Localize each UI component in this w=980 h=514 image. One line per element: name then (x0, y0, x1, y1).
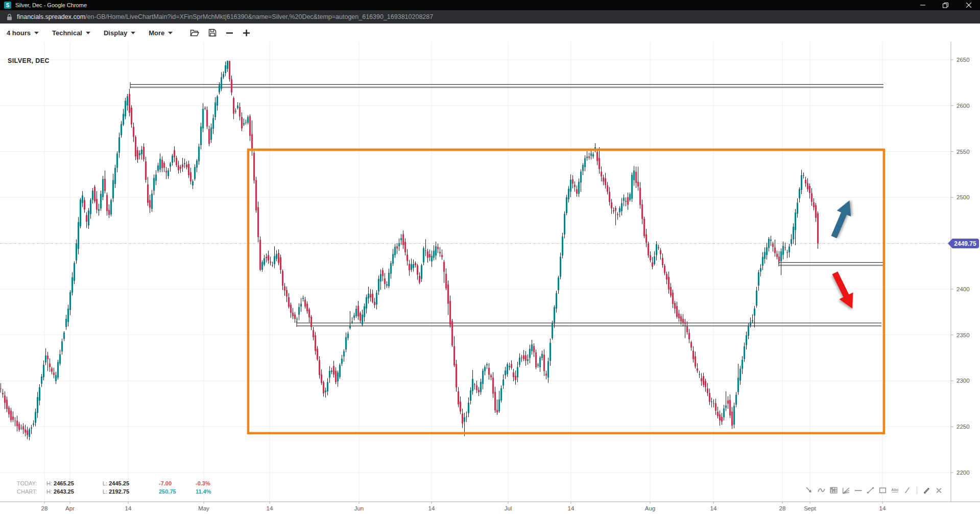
today-label: TODAY: (17, 479, 46, 487)
timeframe-dropdown[interactable]: 4 hours (7, 29, 39, 37)
candle-body (433, 251, 435, 258)
candle-body (564, 214, 565, 234)
candle-body (145, 161, 147, 180)
red-down-arrow-annotation[interactable] (828, 269, 859, 312)
candle-body (223, 74, 224, 78)
trend-line-icon[interactable] (866, 486, 875, 495)
candle-body (143, 147, 145, 159)
candle-body (494, 392, 496, 410)
candle-body (521, 358, 522, 358)
candle-body (190, 172, 192, 181)
close-icon[interactable] (935, 486, 943, 495)
zoom-out-icon (226, 29, 233, 37)
candle-body (264, 258, 265, 265)
candle-body (61, 341, 63, 352)
candle-body (715, 403, 716, 411)
candle-body (409, 264, 410, 270)
candle-body (554, 307, 555, 323)
hline-annotations[interactable] (130, 82, 884, 327)
candle-body (349, 326, 351, 328)
candle-body (627, 197, 629, 205)
date-tick-label: Aug (645, 505, 655, 511)
orange-box-annotation[interactable] (248, 150, 884, 433)
candle-body (108, 210, 110, 215)
candle-body (123, 114, 124, 125)
candle-body (208, 129, 210, 144)
slash-line-icon[interactable] (903, 486, 912, 495)
curve-icon[interactable] (817, 486, 826, 495)
candle-body (729, 400, 731, 416)
candle-body (180, 167, 181, 169)
candle-body (737, 378, 739, 392)
date-tick-label: 28 (41, 505, 48, 511)
fan-lines-icon[interactable] (842, 486, 850, 495)
rectangle-icon[interactable] (878, 486, 887, 495)
candle-body (515, 376, 516, 380)
close-button[interactable] (957, 0, 980, 10)
zoom-in-button[interactable] (243, 29, 250, 37)
address-bar[interactable]: financials.spreadex.com/en-GB/Home/LiveC… (0, 10, 980, 24)
candle-body (739, 369, 741, 381)
text-abc-icon[interactable]: Abc (891, 486, 899, 495)
more-dropdown[interactable]: More (149, 29, 173, 37)
zoom-out-button[interactable] (226, 29, 233, 37)
candle-body (225, 65, 226, 73)
candle-body (237, 105, 238, 108)
candle-body (22, 426, 24, 429)
candle-body (770, 240, 772, 241)
candle-body (6, 400, 8, 409)
price-tick-label: 2200 (957, 470, 970, 476)
candle-body (552, 323, 553, 338)
candle-body (302, 298, 304, 299)
candle-body (545, 373, 547, 376)
candle-body (27, 430, 28, 435)
candle-body (407, 254, 408, 261)
candle-body (486, 364, 488, 365)
candle-body (570, 180, 571, 192)
chart-low: L: 2192.75 (103, 487, 159, 496)
candle-body (135, 137, 136, 156)
candle-body (590, 153, 592, 156)
save-button[interactable] (208, 29, 217, 37)
date-tick-label: 28 (779, 505, 786, 511)
chart-canvas[interactable]: 2650260025502500245024002350230022502200… (0, 42, 980, 514)
symbol-label: SILVER, DEC (8, 57, 50, 64)
candle-body (141, 150, 142, 154)
technical-dropdown[interactable]: Technical (52, 29, 90, 37)
minimize-button[interactable] (911, 0, 934, 10)
candle-body (329, 371, 330, 378)
restore-button[interactable] (934, 0, 957, 10)
candle-body (435, 246, 437, 255)
candle-body (439, 252, 441, 253)
blue-up-arrow-annotation[interactable] (827, 197, 856, 240)
candle-body (799, 189, 800, 198)
site-favicon-icon: S (4, 2, 11, 9)
candle-body (654, 256, 655, 264)
candle-body (229, 61, 230, 79)
candle-body (51, 368, 53, 372)
display-dropdown[interactable]: Display (104, 29, 135, 37)
pointer-arrow-icon[interactable] (805, 486, 814, 495)
candle-body (776, 254, 778, 257)
chevron-down-icon (168, 32, 173, 34)
candle-body (668, 277, 670, 290)
candle-body (392, 254, 394, 264)
candle-body (286, 290, 288, 297)
candle-body (652, 262, 653, 267)
session-stats: TODAY: H: 2465.25 L: 2445.25 -7.00 -0.3%… (17, 479, 226, 496)
candle-body (241, 117, 243, 128)
candle-body (723, 408, 725, 417)
candle-body (402, 235, 404, 245)
horizontal-line-icon[interactable] (854, 486, 863, 495)
candle-body (578, 182, 580, 194)
open-folder-button[interactable] (190, 29, 199, 37)
candle-body (14, 420, 16, 421)
candle-body (121, 124, 122, 135)
ruler-marker-icon[interactable] (922, 486, 931, 495)
candle-body (253, 153, 255, 180)
candle-body (333, 366, 334, 375)
chart-high: H: 2643.25 (46, 487, 103, 496)
candle-body (321, 375, 322, 383)
grid-table-icon[interactable] (829, 486, 838, 495)
candle-body (200, 126, 202, 145)
